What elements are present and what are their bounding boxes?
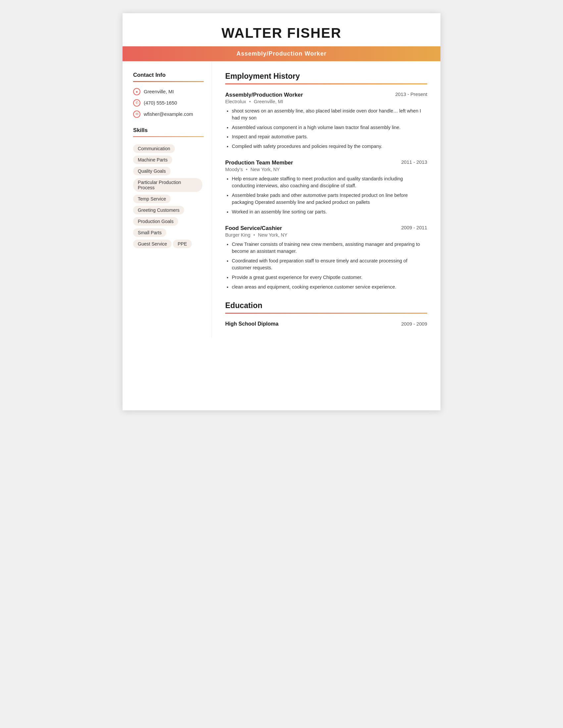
education-dates: 2009 - 2009 xyxy=(401,321,427,327)
job-bullet: Complied with safety procedures and poli… xyxy=(232,143,427,150)
candidate-name: WALTER FISHER xyxy=(122,25,441,41)
job-company: Electrolux • Greenville, MI xyxy=(225,99,427,104)
job-header: Assembly/Production Worker2013 - Present xyxy=(225,92,427,98)
skill-tag: Temp Service xyxy=(133,195,170,203)
job-bullet: Provide a great guest experience for eve… xyxy=(232,274,427,281)
job-title-label: Assembly/Production Worker xyxy=(236,50,327,57)
skills-section-title: Skills xyxy=(133,127,204,134)
job-item: Assembly/Production Worker2013 - Present… xyxy=(225,92,427,150)
education-section-title: Education xyxy=(225,301,427,310)
job-header: Production Team Member2011 - 2013 xyxy=(225,159,427,166)
email-item: ✉ wfisher@example.com xyxy=(133,111,204,118)
location-icon: ● xyxy=(133,88,140,95)
jobs-list: Assembly/Production Worker2013 - Present… xyxy=(225,92,427,291)
education-section: Education High School Diploma2009 - 2009 xyxy=(225,301,427,327)
education-list: High School Diploma2009 - 2009 xyxy=(225,321,427,327)
skill-tag: Quality Goals xyxy=(133,167,170,175)
job-bullet: Coordinated with food preparation staff … xyxy=(232,257,427,272)
employment-section: Employment History Assembly/Production W… xyxy=(225,72,427,291)
job-bullet: Worked in an assembly line sorting car p… xyxy=(232,208,427,216)
job-bullet: Help ensure adequate staffing to meet pr… xyxy=(232,175,427,190)
phone-icon: ✆ xyxy=(133,99,140,107)
skill-tag: Guest Service xyxy=(133,240,171,248)
main-content: Employment History Assembly/Production W… xyxy=(212,61,441,338)
job-bullets: shoot screws on an assembly line, also p… xyxy=(225,108,427,150)
job-bullet: shoot screws on an assembly line, also p… xyxy=(232,108,427,122)
skill-tag: Machine Parts xyxy=(133,156,172,164)
contact-section: Contact Info ● Greenville, MI ✆ (470) 55… xyxy=(133,72,204,118)
job-bullet: clean areas and equipment, cooking exper… xyxy=(232,284,427,291)
skill-tag: PPE xyxy=(173,240,191,248)
job-header: Food Service/Cashier2009 - 2011 xyxy=(225,225,427,232)
job-bullet: Inspect and repair automotive parts. xyxy=(232,133,427,141)
resume-header: WALTER FISHER xyxy=(122,13,441,46)
skills-tags-container: CommunicationMachine PartsQuality GoalsP… xyxy=(133,143,204,250)
job-item: Food Service/Cashier2009 - 2011Burger Ki… xyxy=(225,225,427,291)
skill-tag: Small Parts xyxy=(133,228,166,237)
employment-divider xyxy=(225,83,427,84)
education-degree: High School Diploma xyxy=(225,321,278,327)
education-header: High School Diploma2009 - 2009 xyxy=(225,321,427,327)
job-title-bar: Assembly/Production Worker xyxy=(122,46,441,61)
employment-section-title: Employment History xyxy=(225,72,427,81)
job-title: Production Team Member xyxy=(225,159,293,166)
job-item: Production Team Member2011 - 2013Moody's… xyxy=(225,159,427,216)
location-text: Greenville, MI xyxy=(144,89,174,94)
job-company: Burger King • New York, NY xyxy=(225,232,427,238)
skills-section: Skills CommunicationMachine PartsQuality… xyxy=(133,127,204,250)
resume-document: WALTER FISHER Assembly/Production Worker… xyxy=(122,13,441,410)
phone-text: (470) 555-1650 xyxy=(144,100,177,106)
job-bullet: Assembled brake pads and other automotiv… xyxy=(232,192,427,206)
skill-tag: Particular Production Process xyxy=(133,178,202,192)
contact-divider xyxy=(133,81,204,82)
job-dates: 2009 - 2011 xyxy=(401,225,427,230)
skill-tag: Communication xyxy=(133,144,175,153)
job-dates: 2011 - 2013 xyxy=(401,159,427,165)
skills-divider xyxy=(133,136,204,137)
email-text: wfisher@example.com xyxy=(144,112,193,117)
sidebar: Contact Info ● Greenville, MI ✆ (470) 55… xyxy=(122,61,212,338)
education-item: High School Diploma2009 - 2009 xyxy=(225,321,427,327)
job-dates: 2013 - Present xyxy=(395,92,427,97)
contact-section-title: Contact Info xyxy=(133,72,204,78)
location-item: ● Greenville, MI xyxy=(133,88,204,95)
education-divider xyxy=(225,313,427,314)
job-title: Food Service/Cashier xyxy=(225,225,282,232)
resume-body: Contact Info ● Greenville, MI ✆ (470) 55… xyxy=(122,61,441,338)
skill-tag: Greeting Customers xyxy=(133,206,184,214)
job-bullet: Assembled various component in a high vo… xyxy=(232,124,427,131)
job-bullets: Help ensure adequate staffing to meet pr… xyxy=(225,175,427,216)
email-icon: ✉ xyxy=(133,111,140,118)
job-company: Moody's • New York, NY xyxy=(225,167,427,172)
phone-item: ✆ (470) 555-1650 xyxy=(133,99,204,107)
skill-tag: Production Goals xyxy=(133,217,178,226)
job-bullet: Crew Trainer consists of training new cr… xyxy=(232,241,427,255)
job-title: Assembly/Production Worker xyxy=(225,92,303,98)
job-bullets: Crew Trainer consists of training new cr… xyxy=(225,241,427,291)
